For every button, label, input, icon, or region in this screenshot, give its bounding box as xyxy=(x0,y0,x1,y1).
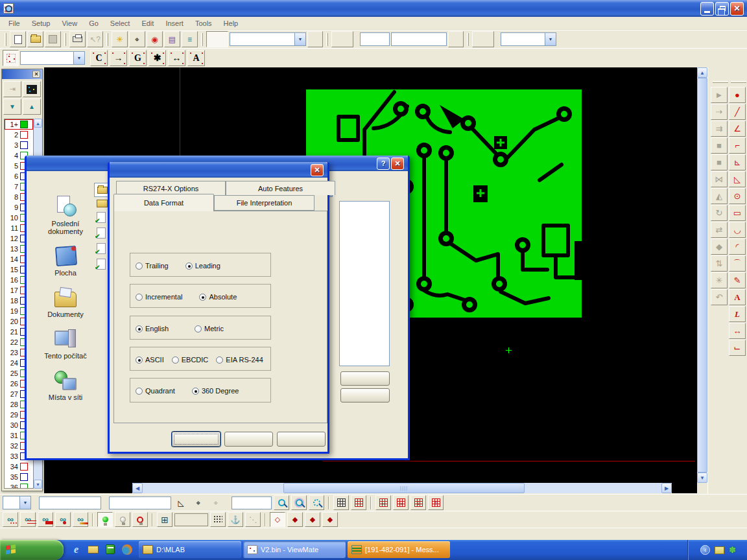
radio-option[interactable]: EBCDIC xyxy=(172,356,209,364)
menu-item[interactable]: Tools xyxy=(189,18,218,29)
help-book-icon[interactable] xyxy=(104,543,116,555)
layer-row[interactable]: 3 xyxy=(5,140,33,150)
previous-layer-button[interactable] xyxy=(307,31,323,47)
radio-option[interactable]: Absolute xyxy=(199,293,237,301)
draw-tool-button[interactable]: ◡ xyxy=(729,222,746,238)
chevron-down-icon[interactable]: ▼ xyxy=(294,33,305,45)
layer-row[interactable]: 2 xyxy=(5,130,33,140)
highlight-outline-button[interactable] xyxy=(132,512,148,527)
edit-tool-button[interactable]: ↶ xyxy=(711,289,728,305)
gerber-file-icon[interactable] xyxy=(97,228,106,239)
zoom-value-input[interactable] xyxy=(231,496,272,509)
radio-option[interactable]: Trailing xyxy=(136,262,169,270)
draw-tool-button[interactable]: ◺ xyxy=(729,171,746,187)
draw-tool-button[interactable]: ◜ xyxy=(729,239,746,255)
layer-film-button[interactable] xyxy=(23,81,41,97)
aperture-type-combobox[interactable]: ▼ xyxy=(20,51,85,65)
layer-up-button[interactable]: ▲ xyxy=(23,99,41,115)
view-tool-button[interactable]: ≡ xyxy=(182,31,198,47)
view-tool-button[interactable]: ▤ xyxy=(164,31,180,47)
only-layer-toggle[interactable] xyxy=(206,31,228,47)
scroll-down-icon[interactable]: ▼ xyxy=(34,480,42,489)
relative-origin-icon[interactable]: ⌖ xyxy=(208,495,224,510)
draw-tool-button[interactable]: ∠ xyxy=(729,121,746,137)
unit-combobox[interactable]: ▼ xyxy=(3,496,31,509)
view-pads-button[interactable] xyxy=(55,512,71,527)
layer-move-button[interactable]: ⇥ xyxy=(3,81,21,97)
horizontal-scrollbar-thumb[interactable] xyxy=(283,483,525,493)
anchor-button[interactable]: ⚓ xyxy=(228,512,243,527)
firefox-icon[interactable] xyxy=(121,543,133,555)
start-button[interactable] xyxy=(0,540,64,560)
places-bar-item[interactable]: Dokumenty xyxy=(34,286,97,318)
menu-item[interactable]: Setup xyxy=(26,18,56,29)
radio-option[interactable]: English xyxy=(136,325,169,332)
tray-messenger-icon[interactable] xyxy=(715,546,724,554)
vector-path-button[interactable]: ⋱ xyxy=(245,512,261,527)
folder-icon[interactable] xyxy=(97,200,108,207)
edit-tool-button[interactable]: ⋈ xyxy=(711,171,728,187)
open-file-button[interactable] xyxy=(27,31,43,47)
pad-display-1-button[interactable]: ◇ xyxy=(270,512,285,527)
draw-tool-button[interactable]: ▭ xyxy=(729,205,746,221)
aperture-filter-button[interactable]: C xyxy=(90,50,108,66)
highlight-off-button[interactable] xyxy=(115,512,130,527)
help-button[interactable]: ? xyxy=(377,158,390,170)
horizontal-scrollbar[interactable]: ◀ ▶ xyxy=(132,483,672,493)
draw-tool-button[interactable]: ⊙ xyxy=(729,188,746,204)
view-tool-button[interactable]: ◉ xyxy=(147,31,163,47)
vertical-scrollbar-thumb[interactable] xyxy=(697,78,707,472)
scroll-up-icon[interactable]: ▲ xyxy=(34,119,42,128)
import-button[interactable] xyxy=(340,371,390,386)
layer-row[interactable]: 35 xyxy=(5,472,33,482)
new-file-button[interactable] xyxy=(10,31,26,47)
context-help-button[interactable]: ↖? xyxy=(87,31,103,47)
edit-tool-button[interactable]: ■ xyxy=(711,154,728,170)
layer-row[interactable]: 34 xyxy=(5,461,33,472)
draw-tool-button[interactable]: ✎ xyxy=(729,272,746,288)
show-desktop-icon[interactable] xyxy=(87,543,99,555)
only-net-toggle[interactable] xyxy=(472,31,494,47)
cancel-button[interactable] xyxy=(340,388,390,402)
chevron-down-icon[interactable]: ▼ xyxy=(19,496,30,509)
menu-item[interactable]: Select xyxy=(104,18,136,29)
menu-item[interactable]: Insert xyxy=(160,18,189,29)
radio-option[interactable]: EIA RS-244 xyxy=(216,356,263,364)
radio-option[interactable]: Metric xyxy=(195,325,224,332)
draw-tool-button[interactable]: ⌒ xyxy=(729,255,746,272)
draw-tool-button[interactable]: L xyxy=(729,306,746,322)
edit-tool-button[interactable]: ⇅ xyxy=(711,255,728,272)
chevron-down-icon[interactable]: ▼ xyxy=(73,52,84,64)
angle-measure-icon[interactable]: ◺ xyxy=(173,495,189,510)
tab[interactable]: File Interpretation xyxy=(214,195,314,211)
highlight-on-button[interactable] xyxy=(97,512,113,527)
menu-item[interactable]: Edit xyxy=(136,18,160,29)
view-tool-button[interactable]: ✳ xyxy=(112,31,128,47)
radio-option[interactable]: 360 Degree xyxy=(192,387,239,395)
vertical-scrollbar[interactable]: ▲ ▼ xyxy=(697,67,707,483)
edit-tool-button[interactable]: ↻ xyxy=(711,205,728,221)
print-button[interactable] xyxy=(69,31,86,47)
previous-dcode-button[interactable] xyxy=(448,31,464,47)
net-combobox[interactable]: ▼ xyxy=(501,32,556,46)
layer-down-button[interactable]: ▼ xyxy=(3,99,21,115)
places-bar-item[interactable]: Poslední dokumenty xyxy=(34,196,97,235)
save-button[interactable] xyxy=(45,31,61,47)
view-tool-button[interactable]: ⌖ xyxy=(129,31,145,47)
radio-option[interactable]: Quadrant xyxy=(136,387,175,395)
scroll-left-icon[interactable]: ◀ xyxy=(132,483,143,493)
pad-display-2-button[interactable]: ◆ xyxy=(287,512,303,527)
edit-tool-button[interactable]: ⇢ xyxy=(711,104,728,120)
aperture-filter-button[interactable]: A xyxy=(187,50,205,66)
pan-right-button[interactable]: → xyxy=(393,495,409,510)
zoom-select-button[interactable] xyxy=(291,495,307,510)
hide-icons-chevron[interactable]: ‹ xyxy=(700,545,710,555)
dcode-query-input[interactable] xyxy=(391,32,447,46)
scroll-down-icon[interactable]: ▼ xyxy=(697,472,707,483)
only-dcode-toggle[interactable] xyxy=(331,31,353,47)
layers-close-icon[interactable]: ✕ xyxy=(32,71,40,78)
cancel-button[interactable] xyxy=(224,432,273,447)
aperture-filter-button[interactable]: → xyxy=(110,50,127,66)
layer-row[interactable]: 36 xyxy=(5,482,33,489)
draw-tool-button[interactable]: A xyxy=(729,289,746,305)
